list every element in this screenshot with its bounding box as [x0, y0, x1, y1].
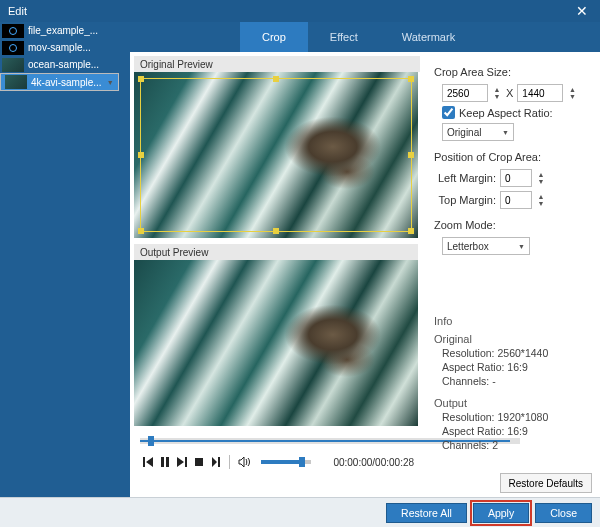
- info-output-resolution: Resolution: 1920*1080: [442, 411, 590, 423]
- top-margin-spinner[interactable]: ▲▼: [536, 193, 546, 207]
- left-margin-spinner[interactable]: ▲▼: [536, 171, 546, 185]
- size-separator: X: [506, 87, 513, 99]
- tab-watermark[interactable]: Watermark: [380, 22, 477, 52]
- close-icon[interactable]: ✕: [572, 3, 592, 19]
- sidebar-item[interactable]: ocean-sample...: [0, 56, 130, 73]
- sidebar-item[interactable]: file_example_...: [0, 22, 130, 39]
- settings-panel: Crop Area Size: ▲▼ X ▲▼ Keep Aspect Rati…: [420, 52, 600, 497]
- volume-slider[interactable]: [261, 460, 311, 464]
- next-icon[interactable]: [174, 454, 189, 470]
- info-original-label: Original: [434, 333, 590, 345]
- zoom-mode-label: Zoom Mode:: [434, 219, 590, 231]
- output-preview-label: Output Preview: [134, 244, 418, 260]
- player-controls: 00:00:00/00:00:28: [134, 432, 420, 484]
- volume-icon[interactable]: [236, 454, 251, 470]
- left-margin-input[interactable]: [500, 169, 532, 187]
- zoom-mode-select[interactable]: Letterbox: [442, 237, 530, 255]
- pause-icon[interactable]: [157, 454, 172, 470]
- output-preview: [134, 260, 418, 426]
- window-title: Edit: [8, 5, 27, 17]
- info-block: Info Original Resolution: 2560*1440 Aspe…: [434, 315, 590, 451]
- sidebar-item[interactable]: mov-sample...: [0, 39, 130, 56]
- info-output-channels: Channels: 2: [442, 439, 590, 451]
- crop-width-input[interactable]: [442, 84, 488, 102]
- time-display: 00:00:00/00:00:28: [333, 457, 414, 468]
- height-spinner[interactable]: ▲▼: [567, 86, 577, 100]
- aspect-select[interactable]: Original: [442, 123, 514, 141]
- original-preview-label: Original Preview: [134, 56, 420, 72]
- keep-aspect-checkbox[interactable]: [442, 106, 455, 119]
- preview-image: [134, 260, 418, 426]
- footer: Restore All Apply Close: [0, 497, 600, 527]
- tab-bar: Crop Effect Watermark: [130, 22, 600, 52]
- top-margin-input[interactable]: [500, 191, 532, 209]
- info-output-label: Output: [434, 397, 590, 409]
- info-original-resolution: Resolution: 2560*1440: [442, 347, 590, 359]
- prev-icon[interactable]: [140, 454, 155, 470]
- stop-icon[interactable]: [191, 454, 206, 470]
- sidebar-item-label: mov-sample...: [28, 42, 91, 53]
- left-margin-label: Left Margin:: [434, 172, 496, 184]
- restore-all-button[interactable]: Restore All: [386, 503, 467, 523]
- sidebar-item-label: 4k-avi-sample...: [31, 77, 102, 88]
- titlebar: Edit ✕: [0, 0, 600, 22]
- keep-aspect-label: Keep Aspect Ratio:: [459, 107, 553, 119]
- sidebar-item-label: ocean-sample...: [28, 59, 99, 70]
- crop-height-input[interactable]: [517, 84, 563, 102]
- tab-crop[interactable]: Crop: [240, 22, 308, 52]
- original-preview[interactable]: [134, 72, 418, 238]
- apply-button[interactable]: Apply: [473, 503, 529, 523]
- step-icon[interactable]: [208, 454, 223, 470]
- sidebar-item-label: file_example_...: [28, 25, 98, 36]
- restore-defaults-button[interactable]: Restore Defaults: [500, 473, 592, 493]
- position-label: Position of Crop Area:: [434, 151, 590, 163]
- sidebar-item-selected[interactable]: 4k-avi-sample...: [0, 73, 119, 91]
- file-sidebar: file_example_... mov-sample... ocean-sam…: [0, 22, 130, 497]
- crop-size-label: Crop Area Size:: [434, 66, 590, 78]
- tab-effect[interactable]: Effect: [308, 22, 380, 52]
- info-original-aspect: Aspect Ratio: 16:9: [442, 361, 590, 373]
- crop-frame[interactable]: [140, 78, 412, 232]
- info-original-channels: Channels: -: [442, 375, 590, 387]
- top-margin-label: Top Margin:: [434, 194, 496, 206]
- svg-rect-0: [195, 458, 203, 466]
- close-button[interactable]: Close: [535, 503, 592, 523]
- width-spinner[interactable]: ▲▼: [492, 86, 502, 100]
- info-header: Info: [434, 315, 590, 327]
- info-output-aspect: Aspect Ratio: 16:9: [442, 425, 590, 437]
